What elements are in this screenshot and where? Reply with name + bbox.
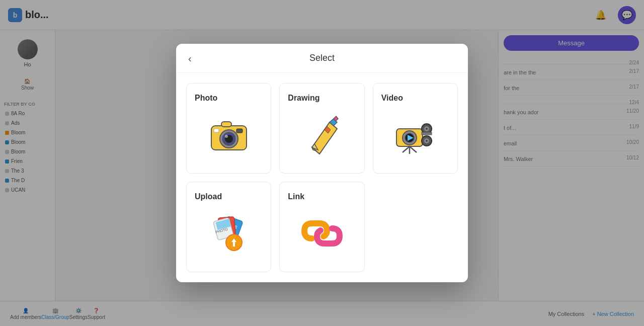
svg-rect-24 [422, 132, 432, 135]
svg-point-38 [304, 227, 306, 229]
svg-point-20 [426, 128, 428, 130]
video-card[interactable]: Video [373, 83, 458, 174]
svg-point-37 [307, 223, 310, 226]
video-camera-icon [392, 115, 438, 155]
modal-title: Select [188, 53, 456, 63]
modal-overlay[interactable]: ‹ Select Photo [0, 0, 644, 326]
link-label: Link [288, 192, 304, 201]
photo-icon-area [195, 109, 263, 161]
upload-icon-area: FILE FILE PHOTO [195, 207, 263, 260]
select-modal: ‹ Select Photo [176, 44, 468, 282]
pencil-icon [302, 115, 342, 155]
svg-point-40 [338, 237, 340, 239]
empty-slot [373, 182, 458, 272]
upload-label: Upload [195, 192, 222, 201]
svg-point-4 [225, 135, 228, 138]
photo-label: Photo [195, 94, 217, 103]
modal-top-row: Photo [176, 73, 468, 178]
svg-rect-6 [214, 129, 219, 132]
svg-point-39 [334, 241, 337, 244]
svg-rect-7 [236, 129, 243, 133]
drawing-icon-area [288, 109, 356, 161]
link-card[interactable]: Link [279, 182, 364, 272]
drawing-card[interactable]: Drawing [279, 83, 364, 174]
svg-point-23 [426, 140, 428, 142]
modal-header: ‹ Select [176, 44, 468, 73]
link-icon [299, 213, 345, 254]
svg-rect-5 [221, 122, 231, 127]
upload-icon: FILE FILE PHOTO [206, 213, 252, 254]
video-icon-area [381, 109, 449, 161]
modal-back-button[interactable]: ‹ [184, 50, 196, 66]
svg-line-25 [403, 146, 410, 152]
upload-card[interactable]: Upload FILE FILE PHOTO [186, 182, 271, 272]
photo-card[interactable]: Photo [186, 83, 271, 174]
svg-line-27 [410, 146, 417, 152]
modal-bottom-row: Upload FILE FILE PHOTO [176, 178, 468, 282]
drawing-label: Drawing [288, 94, 319, 103]
link-icon-area [288, 207, 356, 260]
camera-icon [206, 115, 252, 155]
video-label: Video [381, 94, 403, 103]
